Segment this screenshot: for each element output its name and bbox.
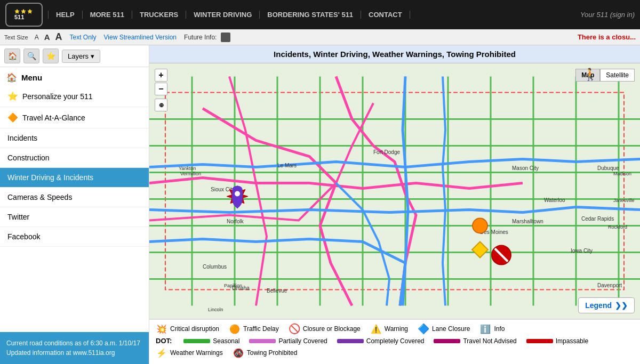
nav-bordering-states[interactable]: BORDERING STATES' 511 bbox=[260, 11, 361, 19]
map-title: Incidents, Winter Driving, Weather Warni… bbox=[149, 45, 640, 63]
warning-label: Warning bbox=[385, 325, 408, 333]
svg-text:Norfolk: Norfolk bbox=[227, 219, 244, 224]
map-svg: Sioux City Fort Dodge Mason City Waterlo… bbox=[149, 63, 640, 319]
sidebar-item-incidents[interactable]: Incidents bbox=[0, 128, 149, 148]
sidebar-info-text: Current road conditions as of 6:30 a.m. … bbox=[6, 339, 140, 357]
svg-text:Rockford: Rockford bbox=[608, 224, 627, 230]
impassable-swatch bbox=[526, 339, 553, 343]
svg-text:Mason City: Mason City bbox=[512, 165, 539, 171]
user-area[interactable]: Your 511 (sign in) bbox=[580, 11, 635, 19]
svg-text:Davenport: Davenport bbox=[597, 282, 622, 288]
sidebar-item-travel[interactable]: 🔶 Travel At-A-Glance bbox=[0, 107, 149, 128]
zoom-in-button[interactable]: + bbox=[155, 69, 167, 82]
completely-covered-label: Completely Covered bbox=[366, 337, 425, 345]
layers-button[interactable]: Layers ▾ bbox=[62, 50, 100, 63]
zoom-out-button[interactable]: − bbox=[155, 83, 167, 95]
legend-impassable: Impassable bbox=[526, 337, 588, 345]
compass-button[interactable]: ⊕ bbox=[155, 99, 167, 111]
text-size-label: Text Size bbox=[4, 34, 28, 41]
menu-home-icon: 🏠 bbox=[6, 72, 17, 83]
sidebar-item-winter-driving[interactable]: Winter Driving & Incidents bbox=[0, 168, 149, 188]
svg-text:Papillion: Papillion bbox=[224, 283, 242, 288]
sidebar-item-twitter[interactable]: Twitter bbox=[0, 207, 149, 227]
svg-text:Le Mars: Le Mars bbox=[277, 163, 297, 168]
legend-row-2: DOT: Seasonal Partially Covered Complete… bbox=[156, 337, 634, 345]
personalize-icon: ⭐ bbox=[7, 91, 18, 101]
sidebar-toolbar: 🏠 🔍 ⭐ Layers ▾ bbox=[0, 45, 149, 67]
text-only-link[interactable]: Text Only bbox=[70, 34, 97, 41]
nav-links: HELP MORE 511 TRUCKERS WINTER DRIVING BO… bbox=[48, 11, 580, 19]
legend-lane-closure: 🔷 Lane Closure bbox=[418, 323, 470, 335]
closure-icon: 🚫 bbox=[289, 323, 300, 335]
main-layout: 🏠 🔍 ⭐ Layers ▾ 🏠 Menu ⭐ Personalize your… bbox=[0, 45, 640, 364]
svg-text:Bellevue: Bellevue bbox=[267, 288, 287, 294]
partially-covered-swatch bbox=[249, 339, 276, 343]
svg-text:Iowa City: Iowa City bbox=[571, 248, 593, 254]
nav-winter-driving[interactable]: WINTER DRIVING bbox=[186, 11, 260, 19]
top-navigation: ⭐⭐⭐ 511 HELP MORE 511 TRUCKERS WINTER DR… bbox=[0, 0, 640, 29]
home-button[interactable]: 🏠 bbox=[4, 48, 20, 63]
svg-text:Columbus: Columbus bbox=[203, 264, 227, 270]
legend-completely-covered: Completely Covered bbox=[337, 337, 425, 345]
sidebar-item-cameras[interactable]: Cameras & Speeds bbox=[0, 188, 149, 207]
toolbar: Text Size A A A Text Only View Streamlin… bbox=[0, 29, 640, 45]
street-view-icon[interactable]: 🚶 bbox=[583, 68, 597, 82]
critical-label: Critical disruption bbox=[170, 325, 219, 333]
legend-traffic-delay: 🟠 Traffic Delay bbox=[229, 323, 279, 335]
incidents-label: Incidents bbox=[7, 134, 37, 142]
map-type-satellite[interactable]: Satellite bbox=[600, 69, 635, 82]
seasonal-label: Seasonal bbox=[213, 337, 239, 345]
text-size-small[interactable]: A bbox=[35, 34, 39, 41]
text-size-medium[interactable]: A bbox=[44, 33, 50, 42]
closure-label: Closure or Blockage bbox=[303, 325, 361, 333]
sidebar-item-construction[interactable]: Construction bbox=[0, 148, 149, 168]
legend-button[interactable]: Legend ❯❯ bbox=[578, 297, 635, 313]
menu-header: 🏠 Menu bbox=[0, 67, 149, 86]
legend-closure: 🚫 Closure or Blockage bbox=[289, 323, 361, 335]
map-area[interactable]: Sioux City Fort Dodge Mason City Waterlo… bbox=[149, 63, 640, 319]
legend-bar: 💥 Critical disruption 🟠 Traffic Delay 🚫 … bbox=[149, 319, 640, 364]
twitter-label: Twitter bbox=[7, 213, 29, 221]
nav-truckers[interactable]: TRUCKERS bbox=[132, 11, 186, 19]
legend-row-3: ⚡ Weather Warnings 🚳 Towing Prohibited bbox=[156, 347, 634, 359]
legend-info: ℹ️ Info bbox=[479, 323, 505, 335]
scrolling-banner: There is a closu... bbox=[578, 33, 636, 41]
legend-row-1: 💥 Critical disruption 🟠 Traffic Delay 🚫 … bbox=[156, 323, 634, 335]
legend-critical: 💥 Critical disruption bbox=[156, 323, 219, 335]
svg-point-48 bbox=[473, 219, 487, 233]
sidebar-info: Current road conditions as of 6:30 a.m. … bbox=[0, 332, 149, 364]
completely-covered-swatch bbox=[337, 339, 364, 343]
nav-more511[interactable]: MORE 511 bbox=[83, 11, 132, 19]
sidebar-item-personalize[interactable]: ⭐ Personalize your 511 bbox=[0, 86, 149, 107]
text-size-large[interactable]: A bbox=[55, 31, 62, 43]
towing-prohibited-icon: 🚳 bbox=[233, 347, 244, 359]
view-streamlined-link[interactable]: View Streamlined Version bbox=[104, 34, 177, 41]
menu-label: Menu bbox=[21, 73, 42, 82]
partially-covered-label: Partially Covered bbox=[278, 337, 327, 345]
winter-driving-label: Winter Driving & Incidents bbox=[7, 173, 93, 182]
nav-contact[interactable]: CONTACT bbox=[361, 11, 410, 19]
travel-icon: 🔶 bbox=[7, 112, 18, 123]
travel-not-advised-swatch bbox=[434, 339, 460, 343]
site-logo[interactable]: ⭐⭐⭐ 511 bbox=[5, 3, 43, 27]
calendar-icon[interactable] bbox=[221, 33, 230, 42]
legend-partially-covered: Partially Covered bbox=[249, 337, 327, 345]
layers-dropdown-icon: ▾ bbox=[91, 52, 94, 60]
travel-label: Travel At-A-Glance bbox=[22, 114, 85, 122]
svg-text:Janesville: Janesville bbox=[613, 198, 635, 203]
sidebar-menu: 🏠 Menu ⭐ Personalize your 511 🔶 Travel A… bbox=[0, 67, 149, 332]
sidebar: 🏠 🔍 ⭐ Layers ▾ 🏠 Menu ⭐ Personalize your… bbox=[0, 45, 149, 364]
search-button[interactable]: 🔍 bbox=[23, 48, 39, 63]
sidebar-item-facebook[interactable]: Facebook bbox=[0, 227, 149, 247]
critical-icon: 💥 bbox=[156, 323, 167, 335]
dot-label: DOT: bbox=[156, 337, 172, 345]
lane-closure-icon: 🔷 bbox=[418, 323, 429, 335]
info-icon: ℹ️ bbox=[479, 323, 491, 335]
seasonal-swatch bbox=[183, 339, 210, 343]
svg-text:Cedar Rapids: Cedar Rapids bbox=[581, 216, 614, 222]
svg-text:Dubuque: Dubuque bbox=[597, 165, 619, 171]
nav-help[interactable]: HELP bbox=[48, 11, 83, 19]
construction-label: Construction bbox=[7, 153, 50, 162]
favorites-button[interactable]: ⭐ bbox=[43, 48, 59, 63]
map-controls: + − ⊕ bbox=[155, 69, 167, 111]
